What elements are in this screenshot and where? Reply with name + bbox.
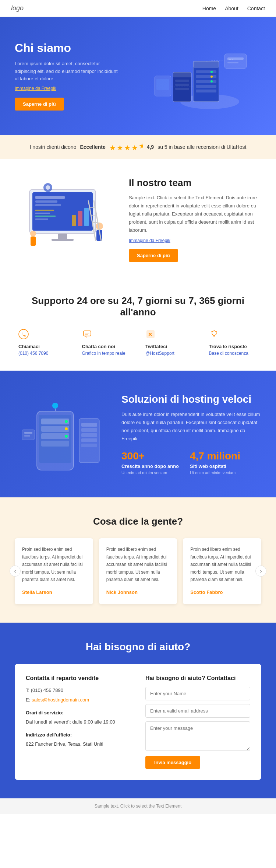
logo: logo	[11, 4, 24, 12]
svg-rect-51	[85, 333, 89, 333]
contact-info: Contatta il reparto vendite T: (010) 456…	[26, 675, 131, 769]
svg-rect-25	[35, 196, 65, 199]
svg-point-55	[212, 331, 216, 335]
svg-point-65	[65, 420, 68, 423]
stat-sites-label: Siti web ospitati	[190, 463, 240, 469]
svg-point-48	[46, 185, 50, 190]
svg-rect-71	[81, 433, 97, 437]
contact-submit-button[interactable]: Invia messaggio	[145, 756, 200, 769]
contact-address: 822 Fancher Drive, Texas, Stati Uniti	[26, 741, 131, 748]
svg-rect-5	[196, 80, 216, 83]
testimonial-author-1: Stella Larson	[22, 588, 86, 596]
rating-word: Eccellente	[80, 144, 105, 150]
hosting-description: Duis aute irure dolor in reprehenderit i…	[121, 410, 261, 443]
support-chat-sub: Grafico in tempo reale	[82, 351, 131, 356]
nav-links: Home About Contact	[202, 6, 265, 11]
contact-message-input[interactable]	[145, 721, 250, 751]
svg-rect-35	[58, 234, 67, 239]
twitter-icon: ✕	[145, 329, 194, 342]
testimonial-card-1: Proin sed libero enim sed faucibus turps…	[15, 538, 93, 604]
testimonial-author-3: Scotto Fabbro	[190, 588, 254, 596]
stat-growth-label: Crescita anno dopo anno	[121, 463, 179, 469]
svg-rect-52	[85, 334, 88, 335]
svg-rect-26	[35, 200, 57, 203]
svg-rect-31	[35, 218, 48, 220]
hero-cta-button[interactable]: Saperne di più	[15, 98, 64, 111]
testimonials-title: Cosa dice la gente?	[15, 516, 261, 527]
carousel-prev-button[interactable]: ‹	[10, 566, 21, 577]
svg-rect-3	[196, 70, 216, 73]
rating-stars: ★★★★★	[109, 141, 143, 152]
contact-email-link[interactable]: sales@hostingdomain.com	[32, 697, 89, 703]
team-cta-button[interactable]: Saperne di più	[129, 249, 178, 262]
team-freepik-link[interactable]: Immagine da Freepik	[129, 238, 261, 243]
svg-point-67	[65, 435, 68, 438]
hero-title: Chi siamo	[15, 41, 118, 55]
contact-name-input[interactable]	[145, 687, 250, 700]
navbar: logo Home About Contact	[0, 0, 276, 17]
hero-section: Chi siamo Lorem ipsum dolor sit amet, co…	[0, 17, 276, 135]
svg-rect-14	[175, 84, 189, 86]
support-kb-title: Trova le risposte	[209, 344, 258, 349]
svg-line-58	[216, 331, 217, 332]
contact-form-title: Hai bisogno di aiuto? Contattaci	[145, 675, 250, 682]
contact-hours: Dal lunedì al venerdì: dalle 9:00 alle 1…	[26, 718, 131, 726]
support-item-chat: Chatta con noi Grafico in tempo reale	[78, 329, 135, 356]
team-text: Il nostro team Sample text. Click to sel…	[129, 177, 261, 262]
svg-rect-32	[72, 215, 76, 226]
hero-freepik-link[interactable]: Immagine da Freepik	[15, 86, 118, 91]
stat-growth-sub: Ut enim ad minim veniam	[121, 470, 179, 475]
svg-point-9	[210, 76, 213, 78]
bulb-icon	[209, 329, 258, 342]
svg-rect-15	[175, 88, 189, 90]
contact-section-title: Hai bisogno di aiuto?	[15, 641, 261, 653]
chat-icon	[82, 329, 131, 342]
hosting-stats: 300+ Crescita anno dopo anno Ut enim ad …	[121, 450, 261, 475]
svg-rect-6	[196, 85, 216, 88]
svg-point-49	[19, 329, 28, 339]
svg-rect-76	[22, 430, 35, 440]
rating-suffix: su 5 in base alle recensioni di UltaHost	[158, 144, 246, 150]
svg-rect-4	[196, 75, 216, 78]
hosting-section: Soluzioni di hosting veloci Duis aute ir…	[0, 371, 276, 497]
testimonial-card-2: Proin sed libero enim sed faucibus turps…	[99, 538, 177, 604]
nav-contact-link[interactable]: Contact	[247, 6, 265, 11]
contact-section: Hai bisogno di aiuto? Contatta il repart…	[0, 623, 276, 798]
svg-rect-72	[81, 438, 97, 442]
svg-rect-7	[196, 90, 216, 92]
testimonial-text-2: Proin sed libero enim sed faucibus turps…	[106, 547, 167, 582]
svg-rect-30	[35, 216, 56, 217]
svg-point-8	[210, 71, 213, 73]
contact-phone: T: (010) 456 7890	[26, 687, 131, 694]
support-kb-sub: Base di conoscenza	[209, 351, 258, 356]
phone-icon	[18, 329, 67, 342]
svg-rect-78	[24, 435, 30, 437]
contact-email-input[interactable]	[145, 704, 250, 718]
svg-rect-34	[84, 208, 89, 226]
nav-home-link[interactable]: Home	[202, 6, 216, 11]
support-item-twitter: ✕ Twittateci @HostSupport	[142, 329, 198, 356]
hosting-text: Soluzioni di hosting veloci Duis aute ir…	[121, 393, 261, 475]
svg-rect-17	[227, 57, 244, 60]
svg-rect-73	[81, 444, 97, 447]
contact-info-title: Contatta il reparto vendite	[26, 675, 131, 682]
carousel-next-button[interactable]: ›	[255, 566, 266, 577]
stat-sites-sub: Ut enim ad minim veniam	[190, 470, 240, 475]
contact-address-title: Indirizzo dell'ufficio:	[26, 731, 131, 739]
stat-growth: 300+ Crescita anno dopo anno Ut enim ad …	[121, 450, 179, 475]
svg-rect-70	[81, 428, 97, 432]
rating-bar: I nostri clienti dicono Eccellente ★★★★★…	[0, 135, 276, 159]
svg-rect-33	[78, 211, 82, 226]
testimonial-author-2: Nick Johnson	[106, 588, 170, 596]
testimonial-text-1: Proin sed libero enim sed faucibus turps…	[22, 547, 83, 582]
svg-rect-29	[35, 213, 50, 214]
support-grid: Chiamaci (010) 456 7890 Chatta con noi G…	[15, 329, 261, 356]
stat-growth-value: 300+	[121, 450, 179, 462]
svg-line-57	[211, 331, 212, 332]
contact-email: E: sales@hostingdomain.com	[26, 696, 131, 704]
svg-rect-69	[81, 423, 97, 427]
hero-illustration	[136, 39, 261, 113]
svg-rect-28	[35, 210, 54, 211]
hero-text: Chi siamo Lorem ipsum dolor sit amet, co…	[15, 41, 118, 111]
nav-about-link[interactable]: About	[225, 6, 238, 11]
